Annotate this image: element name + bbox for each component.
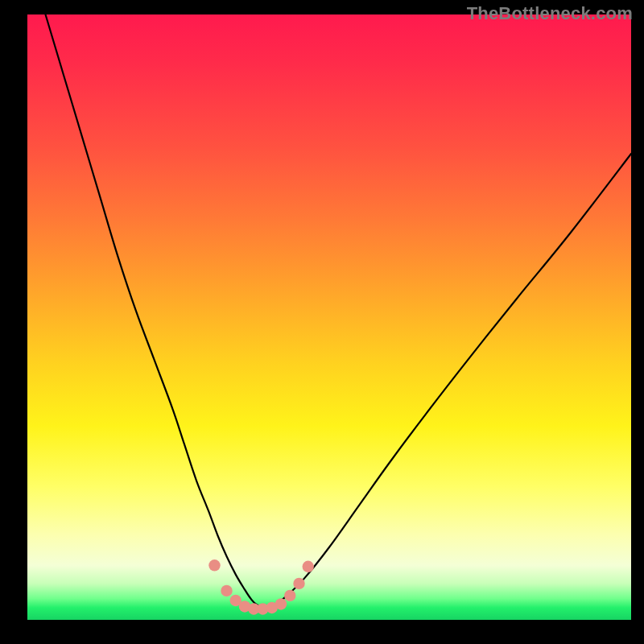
data-marker [208,559,220,571]
data-marker [275,598,287,609]
watermark-text: TheBottleneck.com [467,3,633,24]
plot-area [27,14,631,620]
chart-frame: TheBottleneck.com [0,0,644,644]
data-marker [303,561,314,572]
data-marker [293,578,304,589]
bottleneck-curve [46,14,632,608]
data-marker [221,585,232,597]
data-marker [284,590,295,601]
marker-group [208,559,314,615]
curve-svg [27,14,631,620]
